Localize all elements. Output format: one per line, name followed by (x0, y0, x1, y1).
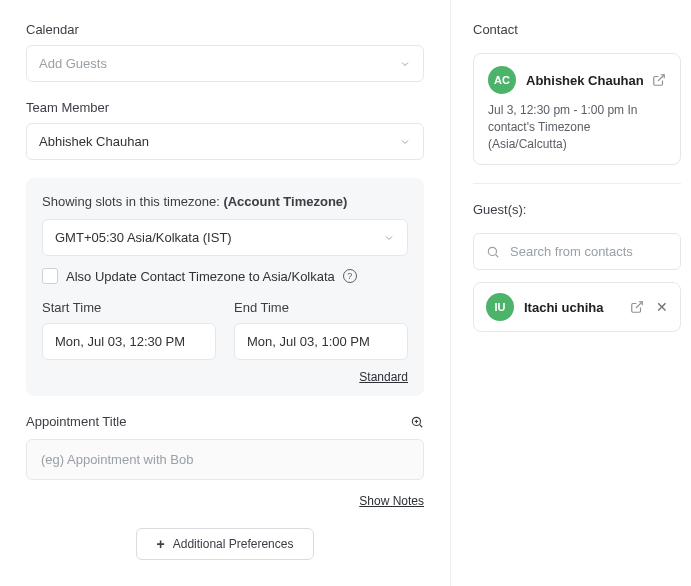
team-field: Team Member Abhishek Chauhan (26, 100, 424, 160)
start-time-value: Mon, Jul 03, 12:30 PM (55, 334, 185, 349)
standard-link[interactable]: Standard (359, 370, 408, 384)
appointment-title-section: Appointment Title (eg) Appointment with … (26, 414, 424, 508)
guest-search-input[interactable]: Search from contacts (473, 233, 681, 270)
remove-guest-button[interactable]: ✕ (656, 299, 668, 315)
calendar-select[interactable]: Add Guests (26, 45, 424, 82)
update-contact-tz-row: Also Update Contact Timezone to Asia/Kol… (42, 268, 408, 284)
team-value: Abhishek Chauhan (39, 134, 149, 149)
chevron-down-icon (399, 58, 411, 70)
avatar: IU (486, 293, 514, 321)
svg-line-6 (496, 255, 499, 258)
right-column: Contact AC Abhishek Chauhan Jul 3, 12:30… (450, 0, 691, 586)
avatar: AC (488, 66, 516, 94)
appointment-title-placeholder: (eg) Appointment with Bob (41, 452, 193, 467)
svg-line-1 (420, 424, 423, 427)
tz-heading: Showing slots in this timezone: (Account… (42, 194, 408, 209)
end-time-input[interactable]: Mon, Jul 03, 1:00 PM (234, 323, 408, 360)
divider (473, 183, 681, 184)
end-time-col: End Time Mon, Jul 03, 1:00 PM (234, 300, 408, 360)
additional-preferences-label: Additional Preferences (173, 537, 294, 551)
guest-search-placeholder: Search from contacts (510, 244, 633, 259)
guests-section-label: Guest(s): (473, 202, 681, 217)
appointment-title-input[interactable]: (eg) Appointment with Bob (26, 439, 424, 480)
tz-heading-note: (Account Timezone) (223, 194, 347, 209)
svg-line-7 (636, 302, 642, 308)
contact-name: Abhishek Chauhan (526, 73, 644, 88)
external-link-icon[interactable] (652, 73, 666, 87)
magnify-icon[interactable] (410, 415, 424, 429)
guest-name: Itachi uchiha (524, 300, 603, 315)
update-contact-tz-label: Also Update Contact Timezone to Asia/Kol… (66, 269, 335, 284)
external-link-icon[interactable] (630, 300, 644, 314)
timezone-select[interactable]: GMT+05:30 Asia/Kolkata (IST) (42, 219, 408, 256)
left-column: Calendar Add Guests Team Member Abhishek… (0, 0, 450, 586)
guest-left: IU Itachi uchiha (486, 293, 603, 321)
calendar-field: Calendar Add Guests (26, 22, 424, 82)
calendar-placeholder: Add Guests (39, 56, 107, 71)
search-icon (486, 245, 500, 259)
team-select[interactable]: Abhishek Chauhan (26, 123, 424, 160)
timezone-panel: Showing slots in this timezone: (Account… (26, 178, 424, 396)
contact-section-label: Contact (473, 22, 681, 37)
end-time-value: Mon, Jul 03, 1:00 PM (247, 334, 370, 349)
start-time-input[interactable]: Mon, Jul 03, 12:30 PM (42, 323, 216, 360)
contact-card: AC Abhishek Chauhan Jul 3, 12:30 pm - 1:… (473, 53, 681, 165)
end-time-label: End Time (234, 300, 408, 315)
contact-head-left: AC Abhishek Chauhan (488, 66, 644, 94)
plus-icon: + (157, 537, 165, 551)
timezone-value: GMT+05:30 Asia/Kolkata (IST) (55, 230, 232, 245)
contact-card-head: AC Abhishek Chauhan (488, 66, 666, 94)
chevron-down-icon (383, 232, 395, 244)
guest-right: ✕ (630, 299, 668, 315)
tz-heading-prefix: Showing slots in this timezone: (42, 194, 220, 209)
update-contact-tz-checkbox[interactable] (42, 268, 58, 284)
chevron-down-icon (399, 136, 411, 148)
additional-preferences-button[interactable]: + Additional Preferences (136, 528, 315, 560)
calendar-label: Calendar (26, 22, 424, 37)
guest-card: IU Itachi uchiha ✕ (473, 282, 681, 332)
start-time-col: Start Time Mon, Jul 03, 12:30 PM (42, 300, 216, 360)
standard-link-row: Standard (42, 370, 408, 384)
show-notes-row: Show Notes (26, 494, 424, 508)
svg-line-4 (658, 75, 664, 81)
appointment-title-row: Appointment Title (26, 414, 424, 429)
start-time-label: Start Time (42, 300, 216, 315)
show-notes-link[interactable]: Show Notes (359, 494, 424, 508)
appointment-title-label: Appointment Title (26, 414, 126, 429)
help-icon[interactable]: ? (343, 269, 357, 283)
svg-point-5 (488, 247, 496, 255)
team-label: Team Member (26, 100, 424, 115)
contact-subtext: Jul 3, 12:30 pm - 1:00 pm In contact's T… (488, 102, 666, 152)
time-row: Start Time Mon, Jul 03, 12:30 PM End Tim… (42, 300, 408, 360)
